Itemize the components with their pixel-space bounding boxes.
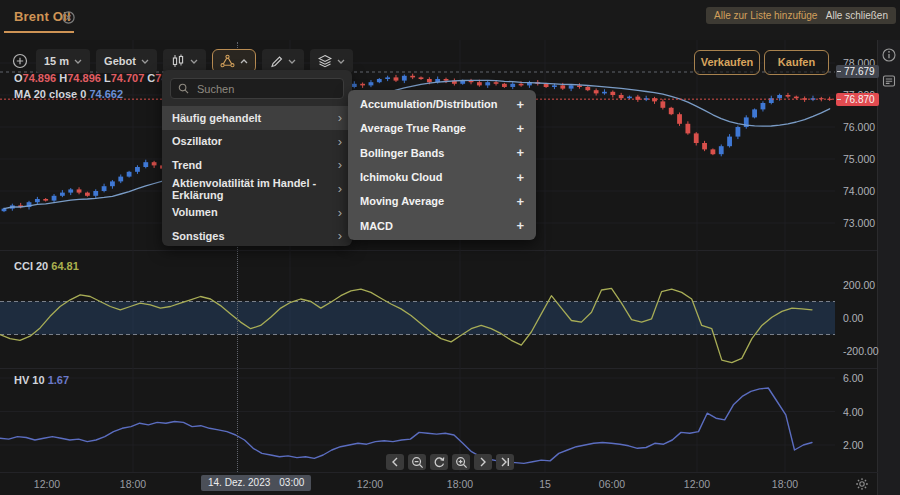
indicator-search-input[interactable] [195, 82, 329, 96]
add-indicator-icon[interactable]: + [516, 97, 524, 112]
time-axis[interactable]: 14. Dez. 202303:00 12:0018:0006:0012:001… [0, 472, 878, 495]
chevron-down-icon [141, 59, 149, 64]
chevron-right-icon: › [338, 110, 342, 125]
menu-item-label: Trend [172, 159, 202, 171]
chevron-right-icon: › [338, 228, 342, 243]
axis-label: 73.000 [843, 217, 875, 229]
axis-label: -200.00 [843, 345, 879, 357]
submenu-item-average-true-range[interactable]: Average True Range+ [348, 116, 536, 140]
zoom-in-magnifier-icon [455, 456, 468, 469]
cci-legend-label: CCI 20 [14, 260, 48, 272]
active-tab-underline [4, 31, 74, 33]
menu-item-sonstiges[interactable]: Sonstiges› [162, 224, 352, 248]
sell-button[interactable]: Verkaufen [694, 50, 760, 75]
add-indicator-icon[interactable]: + [516, 194, 524, 209]
ohlc-key: L [104, 72, 111, 84]
submenu-item-ichimoku-cloud[interactable]: Ichimoku Cloud+ [348, 165, 536, 189]
crosshair-price-badge: 77.679 [836, 65, 879, 78]
reset-zoom-button[interactable] [430, 454, 448, 470]
timeframe-label: 15 m [44, 55, 69, 67]
news-document-icon[interactable] [882, 74, 896, 88]
submenu-item-accumulation-distribution[interactable]: Accumulation/Distribution+ [348, 92, 536, 116]
scroll-right-button[interactable] [474, 454, 492, 470]
add-all-to-list-button[interactable]: Alle zur Liste hinzufügen [706, 7, 831, 24]
submenu-item-label: Ichimoku Cloud [360, 171, 443, 183]
submenu-item-label: Average True Range [360, 122, 466, 134]
scroll-left-button[interactable] [386, 454, 404, 470]
indicators-menu: Häufig gehandelt›Oszillator›Trend›Aktien… [162, 70, 352, 246]
candlestick-icon [171, 54, 185, 68]
add-instrument-button[interactable] [10, 49, 30, 73]
axis-label: 75.000 [843, 153, 875, 165]
menu-item-label: Oszillator [172, 135, 222, 147]
info-circle-icon[interactable] [882, 48, 896, 62]
axis-label: 200.00 [843, 279, 875, 291]
axis-label: 0.00 [843, 312, 863, 324]
add-indicator-icon[interactable]: + [516, 121, 524, 136]
timeframe-selector[interactable]: 15 m [36, 49, 90, 73]
price-axis[interactable]: 77.679 76.870 78.00077.00076.00075.00074… [835, 40, 878, 472]
add-indicator-icon[interactable]: + [516, 218, 524, 233]
skip-to-end-icon [500, 457, 510, 467]
menu-item-h-ufig-gehandelt[interactable]: Häufig gehandelt› [162, 106, 352, 130]
magnifier-icon [178, 83, 189, 94]
menu-item-aktienvolatilit-t-im-handel-erkl-rung[interactable]: Aktienvolatilität im Handel - Erklärung› [162, 177, 352, 201]
submenu-item-label: Moving Average [360, 195, 444, 207]
menu-item-oszillator[interactable]: Oszillator› [162, 130, 352, 154]
indicators-submenu: Accumulation/Distribution+Average True R… [348, 90, 536, 240]
time-axis-label: 18:00 [120, 478, 146, 490]
chevron-right-icon: › [338, 134, 342, 149]
buy-button[interactable]: Kaufen [764, 50, 829, 75]
axis-label: 76.000 [843, 121, 875, 133]
ohlc-value: 74.896 [67, 72, 104, 84]
close-all-button[interactable]: Alle schließen [818, 7, 896, 24]
axis-label: 6.00 [843, 372, 863, 384]
price-type-label: Gebot [104, 55, 136, 67]
right-sidebar [877, 40, 900, 495]
chevron-down-icon [337, 59, 345, 64]
menu-item-label: Volumen [172, 206, 218, 218]
chart-navigation [386, 454, 514, 470]
trading-app: { "header": { "tab_title": "Brent Oil", … [0, 0, 900, 495]
indicator-triangle-icon [220, 54, 235, 68]
add-indicator-icon[interactable]: + [516, 145, 524, 160]
ma-legend: MA 20 close 0 74.662 [14, 88, 123, 100]
cci-legend-value: 64.81 [51, 260, 79, 272]
price-type-selector[interactable]: Gebot [96, 49, 157, 73]
top-bar: Brent Oil Alle zur Liste hinzufügen Alle… [0, 0, 900, 41]
chevron-right-icon [479, 457, 487, 467]
submenu-item-label: MACD [360, 220, 393, 232]
hv-legend-value: 1.67 [48, 374, 69, 386]
add-indicator-icon[interactable]: + [516, 170, 524, 185]
time-axis-label: 06:00 [599, 478, 625, 490]
chevron-left-icon [391, 457, 399, 467]
submenu-item-moving-average[interactable]: Moving Average+ [348, 189, 536, 213]
go-to-latest-button[interactable] [496, 454, 514, 470]
submenu-item-macd[interactable]: MACD+ [348, 213, 536, 237]
menu-item-label: Aktienvolatilität im Handel - Erklärung [172, 177, 338, 201]
menu-item-label: Sonstiges [172, 230, 225, 242]
submenu-item-label: Accumulation/Distribution [360, 98, 498, 110]
indicator-search-box[interactable] [170, 78, 344, 99]
zoom-in-button[interactable] [452, 454, 470, 470]
submenu-item-label: Bollinger Bands [360, 147, 444, 159]
tab-close-icon[interactable] [62, 11, 75, 24]
gear-icon[interactable] [855, 477, 869, 491]
axis-label: 74.000 [843, 185, 875, 197]
menu-item-volumen[interactable]: Volumen› [162, 200, 352, 224]
chevron-down-icon [288, 59, 296, 64]
cci-pane[interactable] [0, 250, 835, 368]
submenu-item-bollinger-bands[interactable]: Bollinger Bands+ [348, 141, 536, 165]
plus-circle-icon [12, 53, 28, 69]
menu-item-trend[interactable]: Trend› [162, 153, 352, 177]
time-axis-label: 12:00 [34, 478, 60, 490]
chevron-down-icon [190, 59, 198, 64]
chevron-up-icon [240, 59, 248, 64]
indicator-menu-items: Häufig gehandelt›Oszillator›Trend›Aktien… [162, 106, 352, 248]
crosshair-time: 03:00 [279, 477, 304, 488]
zoom-out-button[interactable] [408, 454, 426, 470]
last-price-badge: 76.870 [836, 93, 879, 106]
cci-legend: CCI 20 64.81 [14, 260, 79, 272]
crosshair-date: 14. Dez. 2023 [208, 477, 270, 488]
time-axis-label: 18:00 [772, 478, 798, 490]
